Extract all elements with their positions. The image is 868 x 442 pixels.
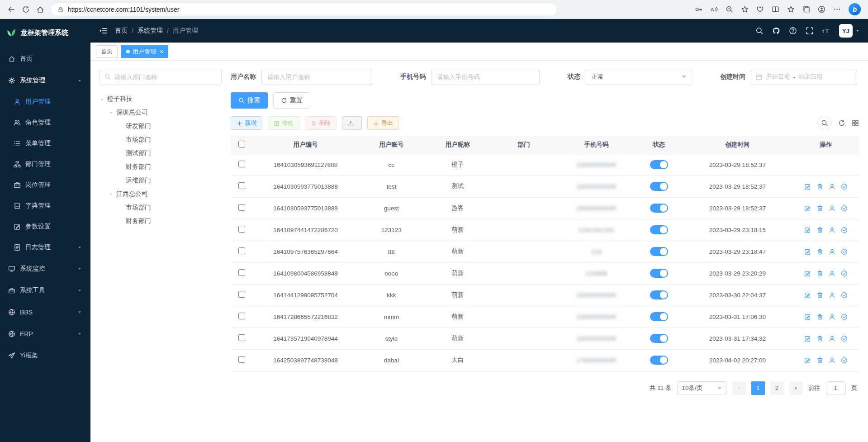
sidebar-item-user-management[interactable]: 用户管理 — [0, 91, 90, 112]
status-toggle[interactable] — [650, 160, 668, 169]
tag-home[interactable]: 首页 — [96, 45, 118, 58]
user-profile-icon[interactable] — [829, 248, 835, 255]
row-checkbox[interactable] — [238, 269, 245, 276]
tree-node[interactable]: 市场部门 — [100, 201, 222, 214]
delete-row-icon[interactable] — [816, 227, 823, 233]
table-row[interactable]: 1641030593775013888 test 测试 15000000000 … — [231, 176, 859, 197]
tree-node[interactable]: 运维部门 — [100, 174, 222, 187]
sidebar-item-bbs[interactable]: BBS — [0, 301, 90, 323]
status-toggle[interactable] — [650, 247, 668, 256]
row-checkbox[interactable] — [238, 247, 245, 254]
check-circle-icon[interactable] — [841, 227, 848, 233]
table-row[interactable]: 1641728665572216832 mmm 萌新 15000000000 2… — [231, 306, 859, 328]
user-profile-icon[interactable] — [829, 270, 835, 277]
add-button[interactable]: 新增 — [231, 116, 262, 130]
delete-row-icon[interactable] — [816, 314, 823, 320]
reload-icon[interactable] — [22, 5, 30, 14]
address-bar[interactable]: https://ccnetcore.com:1101/system/user — [51, 3, 557, 16]
sidebar-item-log-management[interactable]: 日志管理 — [0, 237, 90, 258]
toggle-search-button[interactable] — [817, 116, 832, 130]
status-toggle[interactable] — [650, 312, 668, 321]
goto-page-input[interactable] — [826, 381, 846, 395]
page-button-2[interactable]: 2 — [770, 381, 784, 395]
status-select[interactable]: 正常 — [586, 69, 692, 85]
status-toggle[interactable] — [650, 269, 668, 278]
row-checkbox[interactable] — [238, 182, 245, 189]
fullscreen-icon[interactable] — [806, 27, 814, 35]
row-checkbox[interactable] — [238, 204, 245, 211]
sidebar-item-menu-management[interactable]: 菜单管理 — [0, 133, 90, 154]
status-toggle[interactable] — [650, 204, 668, 213]
table-row[interactable]: 1641735719040978944 style 萌新 15000000000… — [231, 328, 859, 349]
delete-row-icon[interactable] — [816, 205, 823, 212]
user-profile-icon[interactable] — [829, 335, 835, 342]
sidebar-item-dict-management[interactable]: 字典管理 — [0, 195, 90, 216]
delete-row-icon[interactable] — [816, 183, 823, 190]
status-toggle[interactable] — [650, 182, 668, 191]
table-row[interactable]: 1641098004586958848 oooo 萌新 123456 2023-… — [231, 262, 859, 284]
edit-row-icon[interactable] — [804, 357, 811, 364]
add-favorite-star-icon[interactable] — [741, 5, 749, 13]
edit-row-icon[interactable] — [804, 248, 811, 255]
sidebar-item-yi-framework[interactable]: Yi框架 — [0, 345, 90, 366]
table-row[interactable]: 1641441299095752704 kkk 萌新 15000000000 2… — [231, 284, 859, 306]
bing-logo[interactable]: b — [849, 3, 861, 15]
check-circle-icon[interactable] — [841, 270, 848, 277]
breadcrumb-home[interactable]: 首页 — [115, 27, 128, 35]
row-checkbox[interactable] — [238, 291, 245, 298]
row-checkbox[interactable] — [238, 226, 245, 233]
github-icon[interactable] — [772, 27, 780, 35]
edit-row-icon[interactable] — [804, 335, 811, 342]
page-size-select[interactable]: 10条/页 — [677, 381, 727, 395]
read-aloud-icon[interactable] — [710, 5, 718, 13]
delete-row-icon[interactable] — [816, 270, 823, 277]
column-grid-icon[interactable] — [852, 119, 859, 127]
user-profile-icon[interactable] — [829, 357, 835, 364]
help-icon[interactable] — [789, 27, 797, 35]
browser-home-icon[interactable] — [36, 5, 44, 14]
table-row[interactable]: 1641097441472286720 123123 萌新 1231241231… — [231, 219, 859, 241]
caret-down-icon[interactable] — [109, 110, 114, 115]
username-input[interactable] — [261, 69, 372, 85]
table-row[interactable]: 1641097576365297664 tttt 萌新 123 2023-03-… — [231, 241, 859, 262]
tree-node[interactable]: 市场部门 — [100, 133, 222, 147]
breadcrumb-system-management[interactable]: 系统管理 — [138, 27, 163, 35]
user-profile-icon[interactable] — [829, 183, 835, 190]
import-button[interactable] — [342, 116, 362, 130]
next-page-button[interactable] — [789, 381, 803, 395]
tree-node[interactable]: 橙子科技 — [100, 92, 222, 106]
user-profile-icon[interactable] — [829, 314, 835, 320]
tree-node[interactable]: 财务部门 — [100, 214, 222, 228]
check-circle-icon[interactable] — [841, 335, 848, 342]
sidebar-item-post-management[interactable]: 岗位管理 — [0, 175, 90, 195]
edit-row-icon[interactable] — [804, 292, 811, 299]
row-checkbox[interactable] — [238, 356, 245, 363]
tag-close-icon[interactable]: × — [160, 48, 163, 55]
refresh-table-icon[interactable] — [838, 119, 845, 127]
password-key-icon[interactable] — [695, 5, 702, 13]
table-row[interactable]: 1641030593775013889 guest 游客 15000000000… — [231, 197, 859, 219]
tree-node[interactable]: 测试部门 — [100, 147, 222, 160]
browser-essentials-icon[interactable] — [756, 5, 764, 13]
tree-node[interactable]: 财务部门 — [100, 160, 222, 174]
check-circle-icon[interactable] — [841, 292, 848, 299]
user-profile-icon[interactable] — [829, 227, 835, 233]
tree-node[interactable]: 研发部门 — [100, 119, 222, 133]
sidebar-item-dept-management[interactable]: 部门管理 — [0, 154, 90, 175]
profile-avatar-icon[interactable] — [818, 5, 825, 13]
collections-icon[interactable] — [802, 5, 810, 13]
delete-row-icon[interactable] — [816, 357, 823, 364]
menu-fold-icon[interactable] — [99, 26, 108, 35]
table-row[interactable]: 1641030593691127808 cc 橙子 15000000000 20… — [231, 154, 859, 176]
check-circle-icon[interactable] — [841, 314, 848, 320]
back-icon[interactable] — [7, 5, 15, 14]
delete-button[interactable]: 删除 — [305, 116, 337, 130]
row-checkbox[interactable] — [238, 313, 245, 319]
sidebar-item-role-management[interactable]: 角色管理 — [0, 112, 90, 133]
delete-row-icon[interactable] — [816, 248, 823, 255]
reset-button[interactable]: 重置 — [273, 92, 310, 109]
status-toggle[interactable] — [650, 290, 668, 299]
search-icon[interactable] — [755, 27, 764, 35]
status-toggle[interactable] — [650, 356, 668, 365]
favorites-icon[interactable] — [787, 5, 795, 13]
